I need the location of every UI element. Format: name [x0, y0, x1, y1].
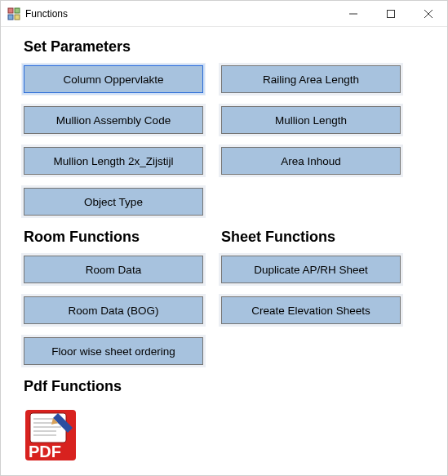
object-type-button[interactable]: Object Type: [24, 188, 203, 216]
set-parameters-col-left: Column Oppervlakte Mullion Assembly Code…: [24, 65, 203, 229]
svg-rect-3: [15, 15, 20, 20]
column-oppervlakte-button[interactable]: Column Oppervlakte: [24, 65, 203, 93]
room-data-bog-button[interactable]: Room Data (BOG): [24, 296, 203, 324]
set-parameters-col-right: Railing Area Length Mullion Length Area …: [221, 65, 401, 229]
set-parameters-title: Set Parameters: [24, 38, 431, 56]
duplicate-ap-rh-sheet-button[interactable]: Duplicate AP/RH Sheet: [221, 256, 401, 283]
mullion-length-2x-zijstijl-button[interactable]: Mullion Length 2x_Zijstijl: [24, 147, 203, 175]
sheet-functions-section: Sheet Functions Duplicate AP/RH Sheet Cr…: [221, 229, 401, 378]
functions-window: Functions Set Parameters Column Oppervla…: [0, 0, 448, 476]
pdf-export-button[interactable]: PDF: [24, 408, 78, 462]
button-label: Railing Area Length: [263, 73, 359, 86]
button-label: Room Data: [86, 264, 141, 276]
button-label: Create Elevation Sheets: [251, 305, 370, 317]
window-controls: [335, 1, 447, 26]
room-data-button[interactable]: Room Data: [24, 256, 203, 283]
button-label: Mullion Length 2x_Zijstijl: [53, 155, 173, 167]
room-functions-title: Room Functions: [24, 229, 203, 246]
floor-wise-sheet-ordering-button[interactable]: Floor wise sheet ordering: [24, 337, 203, 365]
mullion-assembly-code-button[interactable]: Mullion Assembly Code: [24, 106, 203, 134]
svg-rect-1: [15, 8, 20, 13]
area-inhoud-button[interactable]: Area Inhoud: [221, 147, 401, 175]
app-icon: [7, 7, 20, 20]
create-elevation-sheets-button[interactable]: Create Elevation Sheets: [221, 296, 401, 324]
room-sheet-row: Room Functions Room Data Room Data (BOG)…: [24, 229, 431, 378]
pdf-functions-title: Pdf Functions: [24, 378, 431, 395]
close-button[interactable]: [410, 1, 447, 26]
maximize-button[interactable]: [372, 1, 410, 26]
mullion-length-button[interactable]: Mullion Length: [221, 106, 401, 134]
button-label: Object Type: [84, 196, 143, 208]
minimize-button[interactable]: [335, 1, 372, 26]
button-label: Mullion Assembly Code: [56, 114, 171, 127]
svg-rect-2: [8, 15, 13, 20]
room-functions-section: Room Functions Room Data Room Data (BOG)…: [24, 229, 203, 378]
button-label: Mullion Length: [275, 114, 347, 127]
window-content: Set Parameters Column Oppervlakte Mullio…: [1, 27, 447, 475]
button-label: Duplicate AP/RH Sheet: [254, 264, 368, 276]
button-label: Floor wise sheet ordering: [51, 345, 175, 358]
svg-rect-5: [388, 10, 395, 17]
button-label: Column Oppervlakte: [63, 73, 163, 86]
window-title: Functions: [25, 8, 335, 20]
button-label: Area Inhoud: [281, 155, 341, 167]
sheet-functions-title: Sheet Functions: [221, 229, 401, 246]
svg-rect-0: [8, 8, 13, 13]
button-label: Room Data (BOG): [68, 305, 158, 317]
svg-text:PDF: PDF: [29, 443, 61, 460]
railing-area-length-button[interactable]: Railing Area Length: [221, 65, 401, 93]
titlebar[interactable]: Functions: [1, 1, 447, 27]
set-parameters-section: Column Oppervlakte Mullion Assembly Code…: [24, 65, 431, 229]
